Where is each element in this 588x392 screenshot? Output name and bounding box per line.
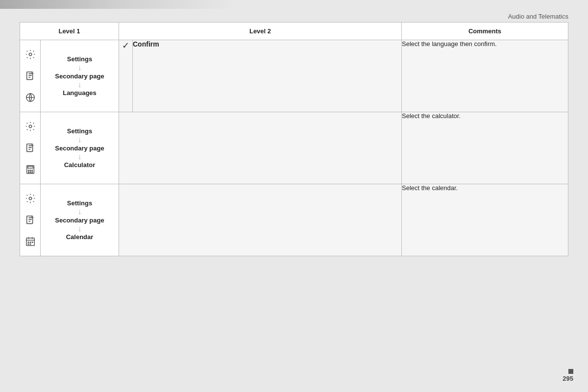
- svg-rect-20: [29, 244, 31, 245]
- footer-square: [568, 369, 573, 374]
- settings-icon: [23, 191, 38, 206]
- comment-text-calendar: Select the calendar.: [402, 184, 458, 192]
- settings-icon: [23, 47, 38, 62]
- level2-content-calendar: [119, 184, 402, 256]
- label-settings-3: Settings: [67, 199, 92, 207]
- comment-calculator: Select the calculator.: [402, 112, 568, 184]
- level1-labels-languages: Settings ↓ Secondary page ↓ Languages: [41, 40, 119, 112]
- svg-point-10: [28, 172, 29, 173]
- arrow-2a: ↓: [78, 135, 82, 144]
- calculator-icon: [23, 162, 38, 177]
- label-languages: Languages: [63, 89, 97, 97]
- label-secondary-3: Secondary page: [55, 217, 104, 224]
- table-header-row: Level 1 Level 2 Comments: [20, 23, 568, 40]
- secondary-page-icon: [23, 141, 38, 155]
- secondary-page-icon: [23, 213, 38, 227]
- calendar-icon: [23, 234, 38, 249]
- arrow-2b: ↓: [78, 152, 82, 161]
- svg-point-12: [31, 172, 32, 173]
- svg-point-0: [29, 53, 32, 56]
- icon-column-languages: [20, 40, 40, 112]
- footer: 295: [563, 369, 573, 382]
- icon-column-calendar: [20, 184, 40, 256]
- secondary-page-icon: [23, 69, 38, 83]
- comment-calendar: Select the calendar.: [402, 184, 568, 256]
- label-secondary-1: Secondary page: [55, 73, 104, 80]
- label-settings-1: Settings: [67, 55, 92, 63]
- label-settings-2: Settings: [67, 127, 92, 135]
- table-row: Settings ↓ Secondary page ↓ Calendar Sel…: [20, 184, 568, 256]
- label-calculator: Calculator: [64, 161, 96, 169]
- svg-rect-19: [27, 244, 29, 245]
- col2-header: Level 2: [119, 23, 402, 40]
- icon-cell-calendar: [20, 184, 41, 256]
- svg-point-11: [30, 172, 31, 173]
- level1-labels-calculator: Settings ↓ Secondary page ↓ Calculator: [41, 112, 119, 184]
- comment-languages: Select the language then confirm.: [402, 40, 568, 112]
- arrow-1b: ↓: [78, 80, 82, 89]
- comment-text-calculator: Select the calculator.: [402, 112, 461, 120]
- main-content: Level 1 Level 2 Comments: [0, 22, 588, 256]
- languages-icon: [23, 90, 38, 105]
- icon-cell-calculator: [20, 112, 41, 184]
- level2-content-calculator: [119, 112, 402, 184]
- page-number: 295: [563, 375, 573, 382]
- svg-point-8: [30, 170, 31, 171]
- comment-text-languages: Select the language then confirm.: [402, 40, 497, 48]
- table-row: Settings ↓ Secondary page ↓ Calculator S…: [20, 112, 568, 184]
- arrow-1a: ↓: [78, 63, 82, 72]
- level2-check-languages: ✓: [119, 40, 133, 112]
- svg-point-13: [29, 197, 32, 200]
- settings-icon: [23, 119, 38, 134]
- label-secondary-2: Secondary page: [55, 145, 104, 152]
- table-row: Settings ↓ Secondary page ↓ Languages ✓ …: [20, 40, 568, 112]
- svg-point-7: [28, 170, 29, 171]
- col3-header: Comments: [402, 23, 568, 40]
- arrow-3b: ↓: [78, 224, 82, 233]
- level2-content-languages: Confirm: [133, 40, 402, 112]
- top-bar: [0, 0, 235, 9]
- confirm-label: Confirm: [133, 40, 159, 48]
- svg-rect-17: [29, 242, 31, 243]
- svg-rect-18: [31, 242, 33, 243]
- header-title: Audio and Telematics: [508, 13, 568, 20]
- svg-point-9: [31, 170, 32, 171]
- level1-labels-calendar: Settings ↓ Secondary page ↓ Calendar: [41, 184, 119, 256]
- col1-header: Level 1: [20, 23, 119, 40]
- label-calendar: Calendar: [66, 233, 94, 241]
- svg-point-3: [29, 125, 32, 128]
- arrow-3a: ↓: [78, 207, 82, 216]
- icon-cell-languages: [20, 40, 41, 112]
- main-table: Level 1 Level 2 Comments: [20, 22, 568, 256]
- svg-rect-6: [27, 167, 33, 169]
- header: Audio and Telematics: [0, 9, 588, 22]
- icon-column-calculator: [20, 112, 40, 184]
- svg-rect-16: [27, 242, 29, 243]
